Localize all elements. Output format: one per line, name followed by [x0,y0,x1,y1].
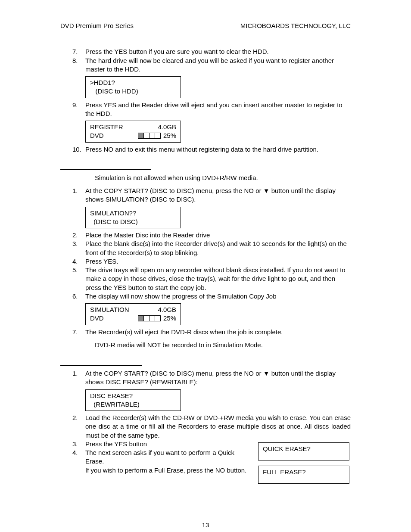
list-item: 7. Press the YES button if you are sure … [72,47,351,56]
item-text: Load the Recorder(s) with the CD-RW or D… [85,414,351,440]
list-item: 4. The next screen asks if you want to p… [72,448,253,475]
item-number: 2. [72,231,85,240]
item-number: 6. [72,292,85,301]
lcd-display: SIMULATION 4.0GB DVD 25% [85,303,181,325]
lcd-line: (DISC to DISC) [90,218,176,226]
page-number: 13 [60,521,351,529]
item-number: 7. [72,47,85,56]
lcd-display: REGISTER 4.0GB DVD 25% [85,121,181,143]
progress-bar [138,315,161,321]
item-text: The Recorder(s) will eject the DVD-R dis… [85,328,351,336]
item-number: 4. [72,448,85,475]
progress-wrap: 25% [138,314,176,323]
header-right: MICROBOARDS TECHNOLOGY, LLC [240,22,351,30]
item-text: Press NO and to exit this menu without r… [85,145,351,154]
item-number: 1. [72,369,85,387]
lcd-display: DISC ERASE? (REWRITABLE) [85,389,181,411]
lcd-line: QUICK ERASE? [263,445,311,452]
progress-percent: 25% [163,314,176,323]
item-text: Place the Master Disc into the Reader dr… [85,231,351,240]
item-number: 1. [72,187,85,204]
lcd-line: SIMULATION?? [90,209,176,218]
item-number: 8. [72,56,85,74]
list-item: 5. The drive trays will open on any reco… [72,266,351,292]
section-rule [60,365,142,366]
item-text: Press YES and the Reader drive will ejec… [85,101,351,118]
item-number: 10. [72,145,85,154]
list-item: 8. The hard drive will now be cleared an… [72,56,351,74]
list-item: 3. Place the blank disc(s) into the Reco… [72,240,351,257]
lcd-line: (DISC to HDD) [90,87,176,96]
side-lcd-group: QUICK ERASE? FULL ERASE? [258,440,351,487]
lcd-line: >HDD1? [90,78,176,87]
list-item: 7. The Recorder(s) will eject the DVD-R … [72,328,351,336]
lcd-line: (REWRITABLE) [90,400,176,409]
list-item: 1. At the COPY START? (DISC to DISC) men… [72,187,351,204]
page-header: DVD Premium Pro Series MICROBOARDS TECHN… [60,22,351,30]
section-rule [60,169,151,170]
item-number: 5. [72,266,85,292]
item-text-line: The next screen asks if you want to perf… [85,449,234,465]
item-text: Press the YES button [85,440,253,448]
item-number: 3. [72,240,85,257]
list-item: 3. Press the YES button [72,440,253,448]
lcd-display: FULL ERASE? [258,466,349,484]
list-item: 2. Place the Master Disc into the Reader… [72,231,351,240]
item-text: Place the blank disc(s) into the Recorde… [85,240,351,257]
note-text: DVD-R media will NOT be recorded to in S… [95,341,351,349]
lcd-line: FULL ERASE? [263,468,306,476]
lcd-display: SIMULATION?? (DISC to DISC) [85,207,181,229]
lcd-line: DISC ERASE? [90,392,176,400]
lcd-value: 4.0GB [158,305,176,314]
lcd-display: >HDD1? (DISC to HDD) [85,76,181,98]
item-number: 2. [72,414,85,440]
lcd-value: 4.0GB [158,123,176,131]
note-text: Simulation is not allowed when using DVD… [95,174,351,182]
lcd-label: REGISTER [90,123,123,131]
item-text: At the COPY START? (DISC to DISC) menu, … [85,187,351,204]
item-text: The next screen asks if you want to perf… [85,448,253,475]
list-item: 10. Press NO and to exit this menu witho… [72,145,351,154]
item-text: At the COPY START? (DISC to DISC) menu, … [85,369,351,387]
list-item: 6. The display will now show the progres… [72,292,351,301]
item-text: Press YES. [85,257,351,266]
item-text: The hard drive will now be cleared and y… [85,56,351,74]
lcd-label: DVD [90,314,104,323]
lcd-display: QUICK ERASE? [258,442,349,460]
progress-percent: 25% [163,131,176,140]
item-text: The display will now show the progress o… [85,292,351,301]
item-number: 7. [72,328,85,336]
list-item: 1. At the COPY START? (DISC to DISC) men… [72,369,351,387]
progress-wrap: 25% [138,131,176,140]
item-number: 4. [72,257,85,266]
list-item: 2. Load the Recorder(s) with the CD-RW o… [72,414,351,440]
lcd-label: DVD [90,131,104,140]
item-text: The drive trays will open on any recorde… [85,266,351,292]
item-number: 3. [72,440,85,448]
item-number: 9. [72,101,85,118]
progress-bar [138,133,161,139]
list-item: 9. Press YES and the Reader drive will e… [72,101,351,118]
item-text: Press the YES button if you are sure you… [85,47,351,56]
lcd-label: SIMULATION [90,305,129,314]
list-item: 4. Press YES. [72,257,351,266]
item-text-line: If you wish to perform a Full Erase, pre… [85,467,246,474]
header-left: DVD Premium Pro Series [60,22,134,30]
